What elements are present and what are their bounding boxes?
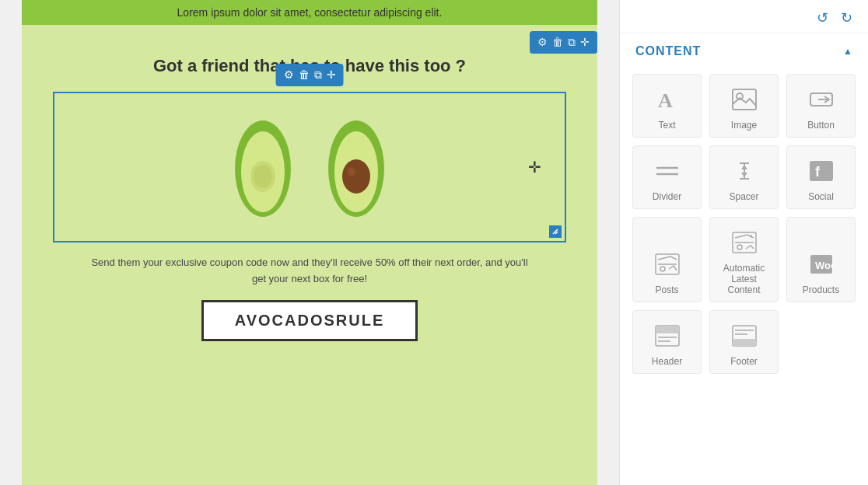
products-label: Products <box>803 284 839 295</box>
avocado-left <box>224 113 302 222</box>
content-item-header[interactable]: Header <box>632 310 702 374</box>
coupon-button[interactable]: AVOCADOSRULE <box>201 300 418 341</box>
divider-label: Divider <box>653 191 681 202</box>
content-item-text[interactable]: A Text <box>632 74 702 138</box>
content-grid: A Text Image <box>620 66 868 382</box>
email-content: ⚙ 🗑 ⧉ ✛ Got a friend that has to have th… <box>22 25 597 485</box>
header-icon <box>655 320 680 351</box>
svg-point-22 <box>737 245 742 249</box>
banner-text: Lorem ipsum dolor sit amet, consectetur … <box>177 6 443 19</box>
posts-icon <box>655 249 680 280</box>
sidebar: ↺ ↻ CONTENT ▲ A Text Image <box>619 0 868 485</box>
svg-text:A: A <box>658 89 673 112</box>
svg-text:f: f <box>815 164 821 180</box>
delete-icon[interactable]: 🗑 <box>552 36 563 49</box>
content-item-divider[interactable]: Divider <box>632 145 702 209</box>
footer-icon <box>732 320 757 351</box>
sidebar-toolbar: ↺ ↻ <box>620 0 868 33</box>
text-label: Text <box>658 120 675 131</box>
image-duplicate-icon[interactable]: ⧉ <box>314 68 322 82</box>
content-item-posts[interactable]: Posts <box>632 217 702 302</box>
svg-text:Woo: Woo <box>815 260 834 271</box>
svg-rect-30 <box>733 339 756 346</box>
duplicate-icon[interactable]: ⧉ <box>568 36 576 49</box>
content-item-button[interactable]: Button <box>786 74 856 138</box>
editor-panel: Lorem ipsum dolor sit amet, consectetur … <box>0 0 619 485</box>
button-icon <box>809 84 834 115</box>
resize-handle[interactable] <box>549 225 562 238</box>
content-item-image[interactable]: Image <box>709 74 779 138</box>
image-block: ⚙ 🗑 ⧉ ✛ <box>53 92 566 242</box>
alc-icon <box>732 227 757 258</box>
spacer-icon <box>732 155 757 187</box>
content-item-footer[interactable]: Footer <box>709 310 779 374</box>
avocado-image-area: ✛ <box>54 93 565 241</box>
svg-point-19 <box>660 267 665 271</box>
settings-icon[interactable]: ⚙ <box>537 36 548 49</box>
content-item-spacer[interactable]: Spacer <box>709 145 779 209</box>
content-title: CONTENT <box>635 44 701 58</box>
svg-point-7 <box>348 167 355 176</box>
email-body-text: Send them your exclusive coupon code now… <box>84 255 535 288</box>
image-block-toolbar: ⚙ 🗑 ⧉ ✛ <box>276 64 344 86</box>
email-canvas: Lorem ipsum dolor sit amet, consectetur … <box>0 0 619 485</box>
block-toolbar: ⚙ 🗑 ⧉ ✛ <box>530 31 597 54</box>
posts-label: Posts <box>655 284 678 295</box>
alc-label: Automatic Latest Content <box>716 263 772 295</box>
header-label: Header <box>652 356 682 367</box>
svg-rect-15 <box>810 161 833 181</box>
button-label: Button <box>807 120 835 131</box>
content-item-social[interactable]: f Social <box>786 145 856 209</box>
social-icon: f <box>809 155 834 187</box>
products-icon: Woo <box>809 249 834 280</box>
avocado-right <box>317 113 395 222</box>
redo-button[interactable]: ↻ <box>841 9 852 26</box>
content-item-products[interactable]: Woo Products <box>786 217 856 302</box>
email-banner: Lorem ipsum dolor sit amet, consectetur … <box>22 0 597 25</box>
crosshair-cursor: ✛ <box>528 158 541 176</box>
image-label: Image <box>731 120 757 131</box>
move-icon[interactable]: ✛ <box>580 36 590 49</box>
image-icon <box>732 84 757 115</box>
image-move-icon[interactable]: ✛ <box>327 68 336 82</box>
text-icon: A <box>655 84 680 115</box>
content-toggle[interactable]: ▲ <box>843 46 852 57</box>
svg-point-3 <box>254 165 272 188</box>
footer-label: Footer <box>730 356 758 367</box>
svg-rect-26 <box>656 326 679 333</box>
spacer-label: Spacer <box>729 191 758 202</box>
image-delete-icon[interactable]: 🗑 <box>299 68 310 82</box>
image-settings-icon[interactable]: ⚙ <box>284 68 294 82</box>
divider-icon <box>655 155 680 187</box>
content-item-alc[interactable]: Automatic Latest Content <box>709 217 779 302</box>
undo-button[interactable]: ↺ <box>817 9 828 26</box>
svg-rect-9 <box>733 89 756 110</box>
svg-point-6 <box>342 159 370 194</box>
avocado-container <box>224 113 395 222</box>
content-header: CONTENT ▲ <box>620 33 868 66</box>
social-label: Social <box>808 191 834 202</box>
